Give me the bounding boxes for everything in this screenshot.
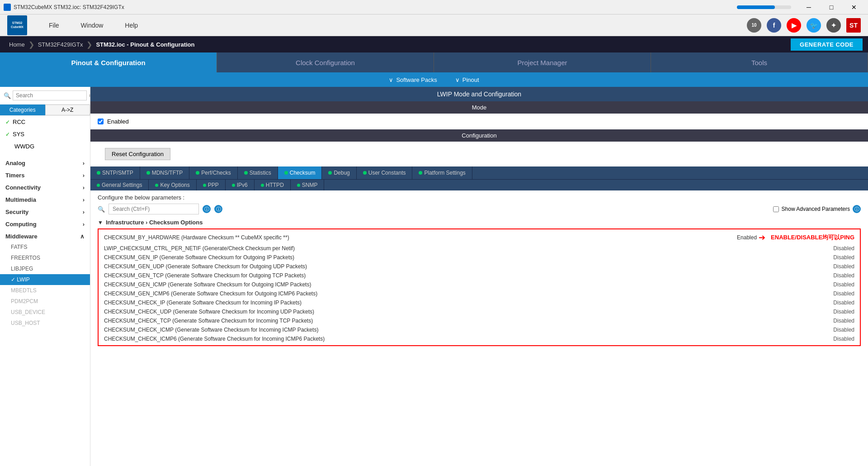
titlebar: STM32CubeMX STM32.ioc: STM32F429IGTx ─ □… [0,0,868,14]
facebook-icon[interactable]: f [767,18,781,33]
sidebar-group-computing[interactable]: Computing › [0,217,90,229]
file-menu[interactable]: File [45,20,63,31]
sidebar-item-rcc[interactable]: ✓ RCC [0,116,90,128]
sidebar-group-analog[interactable]: Analog › [0,156,90,168]
checksum-row-10[interactable]: CHECKSUM_CHECK_ICMP (Generate Software C… [99,325,860,334]
network-icon[interactable]: ✦ [826,18,841,33]
sidebar-group-connectivity[interactable]: Connectivity › [0,181,90,193]
close-button[interactable]: ✕ [844,0,864,14]
checksum-row-9[interactable]: CHECKSUM_CHECK_TCP (Generate Software Ch… [99,316,860,325]
breadcrumb-home[interactable]: Home [5,41,28,48]
enabled-label: Enabled [107,118,129,125]
config-subtab-ppp[interactable]: PPP [197,180,226,190]
checksum-row-hardware[interactable]: CHECKSUM_BY_HARDWARE (Hardware Checksum … [99,231,860,244]
enabled-checkbox[interactable] [98,119,104,124]
checksum-row-11[interactable]: CHECKSUM_CHECK_ICMP6 (Generate Software … [99,334,860,343]
sidebar-item-mbedtls[interactable]: MBEDTLS [0,285,90,296]
config-tab-debug[interactable]: Debug [322,166,356,179]
search-input[interactable] [13,90,87,100]
checksum-row-5[interactable]: CHECKSUM_GEN_ICMP (Generate Software Che… [99,280,860,289]
config-subtab-key-options[interactable]: Key Options [149,180,196,190]
maximize-button[interactable]: □ [821,0,842,14]
config-tabs: SNTP/SMTP MDNS/TFTP Perf/Checks Statisti… [90,166,868,179]
checksum-row-4[interactable]: CHECKSUM_GEN_TCP (Generate Software Chec… [99,271,860,280]
checksum-container: CHECKSUM_BY_HARDWARE (Hardware Checksum … [98,228,861,346]
sub-tab-pinout[interactable]: ∨ Pinout [455,76,479,83]
config-tab-sntp-smtp[interactable]: SNTP/SMTP [90,166,140,179]
st-icon[interactable]: ST [846,18,861,33]
generate-code-button[interactable]: GENERATE CODE [791,38,863,51]
show-advanced-checkbox[interactable] [773,206,779,212]
breadcrumb-device[interactable]: STM32F429IGTx [34,41,87,48]
sidebar-item-freertos[interactable]: FREERTOS [0,252,90,263]
collapse-icon[interactable]: ▼ [98,219,103,226]
sidebar-item-pdm2pcm[interactable]: PDM2PCM [0,296,90,307]
sidebar-item-usb-device[interactable]: USB_DEVICE [0,307,90,318]
sidebar-group-multimedia[interactable]: Multimedia › [0,193,90,205]
checksum-row-3[interactable]: CHECKSUM_GEN_UDP (Generate Software Chec… [99,262,860,271]
sidebar-item-usb-host[interactable]: USB_HOST [0,318,90,328]
config-tab-checksum[interactable]: Checksum [278,166,322,179]
info-icon-3[interactable]: ⓘ [853,205,861,213]
help-menu[interactable]: Help [121,20,142,31]
checksum-row-2[interactable]: CHECKSUM_GEN_IP (Generate Software Check… [99,253,860,262]
chevron-right-icon-6: › [83,221,85,228]
checksum-name-6: CHECKSUM_GEN_ICMP6 (Generate Software Ch… [104,290,818,297]
tab-pinout-config[interactable]: Pinout & Configuration [0,52,217,72]
checksum-value-8: Disabled [818,309,854,315]
config-subtab-snmp[interactable]: SNMP [291,180,325,190]
reset-configuration-button[interactable]: Reset Configuration [105,148,170,160]
tab-clock-config[interactable]: Clock Configuration [217,52,434,72]
config-subtab-general[interactable]: General Settings [90,180,149,190]
sidebar-search-area: 🔍 ⚙ [0,87,90,105]
checksum-row-8[interactable]: CHECKSUM_CHECK_UDP (Generate Software Ch… [99,307,860,316]
tab-tools[interactable]: Tools [651,52,868,72]
youtube-icon[interactable]: ▶ [787,18,801,33]
mode-content: Enabled [90,114,868,129]
params-search-input[interactable] [108,204,199,214]
filter-az[interactable]: A->Z [45,105,90,115]
sidebar-item-lwip[interactable]: ✓ LWIP [0,274,90,285]
sidebar-item-libjpeg[interactable]: LIBJPEG [0,263,90,274]
check-icon-lwip: ✓ [11,276,17,283]
sub-tab-software-packs[interactable]: ∨ Software Packs [389,76,437,83]
infra-header: ▼ Infrastructure › Checksum Options [98,219,861,226]
config-tab-mdns-tftp[interactable]: MDNS/TFTP [140,166,190,179]
sidebar-item-wwdg[interactable]: WWDG [0,140,90,152]
menu-items: File Window Help [45,20,747,31]
sidebar-group-security[interactable]: Security › [0,205,90,217]
breadcrumb: Home ❯ STM32F429IGTx ❯ STM32.ioc - Pinou… [0,36,868,52]
checksum-row-6[interactable]: CHECKSUM_GEN_ICMP6 (Generate Software Ch… [99,289,860,298]
checksum-row-7[interactable]: CHECKSUM_CHECK_IP (Generate Software Che… [99,298,860,307]
sidebar-group-timers[interactable]: Timers › [0,168,90,181]
progress-fill [737,5,775,9]
config-subtab-httpd[interactable]: HTTPD [255,180,291,190]
window-title: STM32CubeMX STM32.ioc: STM32F429IGTx [14,4,737,10]
config-tab-perf-checks[interactable]: Perf/Checks [189,166,237,179]
dot-icon-11 [203,184,206,187]
dot-icon-5 [284,171,288,175]
config-subtab-ipv6[interactable]: IPv6 [226,180,255,190]
checksum-row-1[interactable]: LWIP_CHECKSUM_CTRL_PER_NETIF (Generate/C… [99,244,860,253]
sidebar-item-fatfs[interactable]: FATFS [0,242,90,252]
window-menu[interactable]: Window [77,20,107,31]
chevron-right-icon-2: › [83,172,85,179]
check-icon-sys: ✓ [5,131,10,138]
info-icon-2[interactable]: ⓘ [214,205,222,213]
info-icon-1[interactable]: ⓘ [203,205,211,213]
chevron-up-icon: ∧ [80,233,85,240]
filter-categories[interactable]: Categories [0,105,45,115]
tab-project-manager[interactable]: Project Manager [434,52,651,72]
sidebar-item-sys[interactable]: ✓ SYS [0,128,90,140]
config-tab-platform-settings[interactable]: Platform Settings [412,166,472,179]
minimize-button[interactable]: ─ [798,0,819,14]
checksum-name-3: CHECKSUM_GEN_UDP (Generate Software Chec… [104,263,818,270]
dot-icon-4 [244,171,248,175]
sidebar-group-middleware[interactable]: Middleware ∧ [0,229,90,242]
checksum-value-10: Disabled [818,327,854,333]
twitter-icon[interactable]: 🐦 [807,18,821,33]
config-tab-user-constants[interactable]: User Constants [357,166,413,179]
annotation-arrow: ➔ [759,233,765,243]
checksum-name-2: CHECKSUM_GEN_IP (Generate Software Check… [104,254,818,261]
config-tab-statistics[interactable]: Statistics [238,166,278,179]
